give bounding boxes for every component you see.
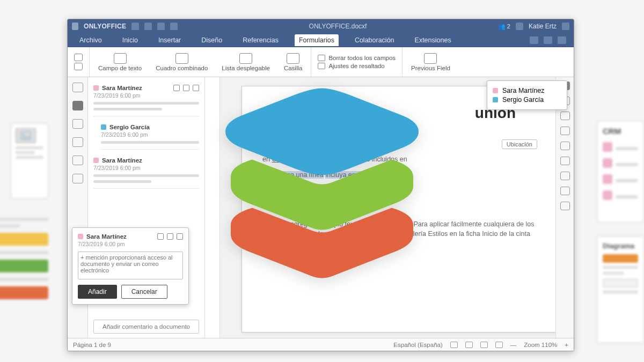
fit-width-icon[interactable] bbox=[495, 342, 503, 348]
chart-settings-icon[interactable] bbox=[560, 157, 570, 165]
comment-item[interactable]: Sergio García 7/23/2019 6:00 pm bbox=[101, 122, 199, 150]
add-document-comment-button[interactable]: Añadir comentario a documento bbox=[93, 320, 199, 334]
collaborator-row[interactable]: Sara Martínez bbox=[493, 87, 561, 94]
work-area: Sara Martínez Sergio García Sara Martíne… bbox=[68, 77, 574, 338]
comment-item[interactable]: Sara Martínez 7/23/2019 6:00 pm bbox=[93, 83, 199, 116]
doc-paragraph[interactable]: seleccione una línea incluya espacios a … bbox=[262, 170, 537, 180]
cancel-button[interactable]: Cancelar bbox=[121, 285, 167, 299]
trackchanges-icon[interactable] bbox=[465, 342, 473, 348]
menu-referencias[interactable]: Referencias bbox=[238, 34, 283, 46]
current-user[interactable]: Katie Ertz bbox=[529, 23, 557, 30]
text-art-icon[interactable] bbox=[560, 172, 570, 180]
comment-author: Sara Martínez bbox=[86, 233, 127, 240]
comment-author: Sergio García bbox=[109, 124, 150, 130]
ribbon-paste-group[interactable] bbox=[71, 53, 86, 71]
ribbon-checkbox[interactable]: Casilla bbox=[279, 52, 308, 72]
menu-icon[interactable] bbox=[562, 23, 569, 30]
eraser-icon bbox=[318, 55, 325, 61]
edit-icon[interactable] bbox=[157, 233, 164, 240]
menu-archivo[interactable]: Archivo bbox=[75, 34, 106, 46]
presence-icon[interactable]: 👥 2 bbox=[498, 23, 510, 30]
ribbon-combo-box[interactable]: Cuadro combinado bbox=[150, 52, 213, 72]
comment-textarea[interactable]: + mención proporcionará acceso al docume… bbox=[78, 252, 183, 279]
user-color-swatch bbox=[493, 97, 498, 102]
doc-paragraph[interactable]: Necesita agregar su propio texto. Es muy… bbox=[262, 219, 537, 249]
menu-inicio[interactable]: Inicio bbox=[118, 34, 142, 46]
menu-formularios[interactable]: Formularios bbox=[295, 34, 339, 46]
signature-icon[interactable] bbox=[560, 187, 570, 195]
user-color-swatch bbox=[101, 124, 106, 130]
ribbon-dropdown-list[interactable]: Lista desplegable bbox=[216, 52, 275, 72]
comment-compose-popup: Sara Martínez 7/23/2019 6:00 pm + menció… bbox=[72, 227, 189, 305]
document-canvas[interactable]: unión orden Ubicación en Ubicación el fe… bbox=[220, 77, 555, 338]
fit-page-icon[interactable] bbox=[480, 342, 488, 348]
titlebar: ONLYOFFICE ONLYOFFICE.docxf 👥 2 Katie Er… bbox=[68, 19, 574, 33]
add-button[interactable]: Añadir bbox=[78, 285, 117, 299]
diagram-title: Diagrama bbox=[603, 242, 638, 250]
bg-crm-card: CRM bbox=[597, 121, 644, 223]
menu-colaboracion[interactable]: Colaboración bbox=[350, 34, 399, 46]
chat-icon[interactable] bbox=[72, 119, 83, 129]
doc-heading-2[interactable]: cación bbox=[262, 191, 537, 201]
collaborator-row[interactable]: Sergio García bbox=[493, 96, 561, 104]
collaborator-name: Sergio García bbox=[502, 96, 544, 104]
paste-icon[interactable] bbox=[74, 63, 83, 70]
print-icon[interactable] bbox=[144, 23, 152, 30]
menu-insertar[interactable]: Insertar bbox=[154, 34, 185, 46]
menu-diseno[interactable]: Diseño bbox=[197, 34, 226, 46]
form-settings-icon[interactable] bbox=[560, 202, 570, 210]
bg-diagram-card: Diagrama bbox=[597, 236, 644, 343]
comments-icon[interactable] bbox=[72, 101, 83, 110]
delete-icon[interactable] bbox=[167, 233, 173, 240]
zoom-plus[interactable]: + bbox=[565, 342, 568, 348]
zoom-indicator[interactable]: Zoom 110% bbox=[524, 342, 557, 348]
resolve-icon[interactable] bbox=[177, 233, 183, 240]
menu-extensiones[interactable]: Extensiones bbox=[411, 34, 456, 46]
placeholder-line bbox=[16, 146, 43, 149]
comment-author: Sara Martínez bbox=[102, 85, 142, 91]
presentation-icon[interactable] bbox=[516, 23, 523, 30]
comment-author: Sara Martínez bbox=[102, 157, 142, 164]
more-toolbar-icon[interactable] bbox=[558, 36, 566, 44]
ribbon-previous-field[interactable]: Previous Field bbox=[406, 52, 456, 72]
ribbon-highlight-settings[interactable]: Ajustes de resaltado bbox=[318, 63, 396, 69]
redo-icon[interactable] bbox=[170, 23, 178, 30]
zoom-minus[interactable]: — bbox=[510, 342, 517, 348]
collaborator-name: Sara Martínez bbox=[502, 87, 545, 94]
shape-settings-icon[interactable] bbox=[560, 142, 570, 150]
doc-paragraph[interactable]: en Ubicación el fecha. no asistentes inc… bbox=[262, 154, 537, 165]
navigation-icon[interactable] bbox=[72, 137, 83, 147]
comment-timestamp: 7/23/2019 6:00 pm bbox=[93, 165, 199, 171]
image-icon bbox=[16, 128, 36, 143]
edit-icon[interactable] bbox=[173, 85, 180, 91]
document-icon bbox=[72, 23, 78, 30]
comment-item[interactable]: Sara Martínez 7/23/2019 6:00 pm bbox=[93, 155, 199, 189]
ribbon-text-field[interactable]: Campo de texto bbox=[93, 52, 147, 72]
ribbon: Campo de texto Cuadro combinado Lista de… bbox=[68, 47, 574, 77]
avatar-icon bbox=[603, 142, 612, 152]
bg-status-card bbox=[0, 215, 48, 338]
user-color-swatch bbox=[93, 158, 99, 163]
save-icon[interactable] bbox=[131, 23, 139, 30]
feedback-icon[interactable] bbox=[72, 156, 83, 165]
panel-toolbar-icon[interactable] bbox=[544, 36, 552, 44]
page-indicator[interactable]: Página 1 de 9 bbox=[73, 342, 111, 348]
avatar-icon bbox=[603, 190, 612, 200]
doc-list-item[interactable]: Información bbox=[279, 206, 537, 214]
spellcheck-icon[interactable] bbox=[450, 342, 458, 348]
location-chip[interactable]: Ubicación bbox=[502, 139, 537, 149]
info-icon[interactable] bbox=[72, 174, 83, 183]
comment-timestamp: 7/23/2019 6:00 pm bbox=[78, 241, 183, 247]
document-page[interactable]: unión orden Ubicación en Ubicación el fe… bbox=[241, 86, 555, 333]
copy-icon[interactable] bbox=[74, 54, 83, 61]
undo-icon[interactable] bbox=[157, 23, 165, 30]
delete-icon[interactable] bbox=[183, 85, 189, 91]
language-indicator[interactable]: Español (España) bbox=[393, 342, 442, 348]
header-footer-icon[interactable] bbox=[560, 127, 570, 135]
resolve-icon[interactable] bbox=[193, 85, 199, 91]
image-settings-icon[interactable] bbox=[560, 112, 570, 120]
search-icon[interactable] bbox=[72, 83, 83, 92]
users-toolbar-icon[interactable] bbox=[530, 36, 538, 44]
dropdown-list-icon bbox=[239, 53, 252, 64]
ribbon-clear-fields[interactable]: Borrar todos los campos bbox=[318, 55, 396, 61]
